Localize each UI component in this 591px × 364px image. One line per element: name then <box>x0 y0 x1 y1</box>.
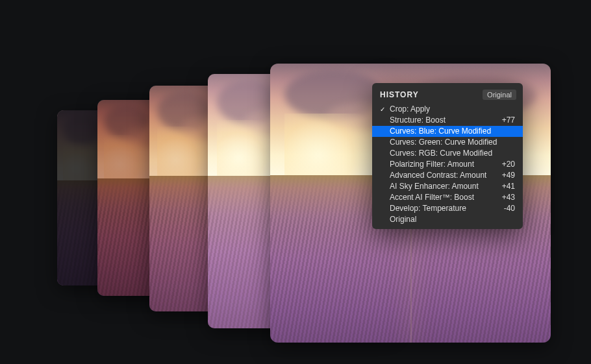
history-item[interactable]: Structure: Boost+77 <box>372 115 523 126</box>
history-item-label: Curves: Green: Curve Modified <box>390 138 497 147</box>
history-item-label: Curves: Blue: Curve Modified <box>390 127 491 136</box>
history-item-label: Develop: Temperature <box>390 204 466 213</box>
history-item-value: +20 <box>497 160 515 169</box>
history-item-label: Curves: RGB: Curve Modified <box>390 149 492 158</box>
history-item[interactable]: Original <box>372 214 523 225</box>
history-item-value: -40 <box>499 204 515 213</box>
history-item-label: AI Sky Enhancer: Amount <box>390 182 479 191</box>
history-panel: HISTORY Original ✓Crop: ApplyStructure: … <box>372 83 523 229</box>
history-item[interactable]: Advanced Contrast: Amount+49 <box>372 170 523 181</box>
history-item-label: Advanced Contrast: Amount <box>390 171 486 180</box>
check-icon: ✓ <box>380 104 387 114</box>
history-item[interactable]: ✓Crop: Apply <box>372 104 523 115</box>
history-item[interactable]: Accent AI Filter™: Boost+43 <box>372 192 523 203</box>
history-item-label: Structure: Boost <box>390 115 446 125</box>
history-item[interactable]: Polarizing Filter: Amount+20 <box>372 159 523 170</box>
history-item-label: Polarizing Filter: Amount <box>390 160 474 169</box>
history-item-value: +77 <box>497 115 515 125</box>
history-list: ✓Crop: ApplyStructure: Boost+77Curves: B… <box>372 104 523 225</box>
history-item-value: +41 <box>497 182 515 191</box>
history-item[interactable]: Curves: RGB: Curve Modified <box>372 148 523 159</box>
history-item-label: Accent AI Filter™: Boost <box>390 193 474 202</box>
history-header: HISTORY Original <box>372 90 523 104</box>
history-item[interactable]: Curves: Blue: Curve Modified <box>372 126 523 137</box>
history-item-label: Original <box>390 215 416 224</box>
history-item[interactable]: Develop: Temperature-40 <box>372 203 523 214</box>
history-item-label: Crop: Apply <box>390 104 430 114</box>
history-item-value: +43 <box>497 193 515 202</box>
history-item[interactable]: AI Sky Enhancer: Amount+41 <box>372 181 523 192</box>
history-title: HISTORY <box>380 90 419 99</box>
original-button[interactable]: Original <box>483 90 516 100</box>
history-item[interactable]: Curves: Green: Curve Modified <box>372 137 523 148</box>
history-item-value: +49 <box>497 171 515 180</box>
